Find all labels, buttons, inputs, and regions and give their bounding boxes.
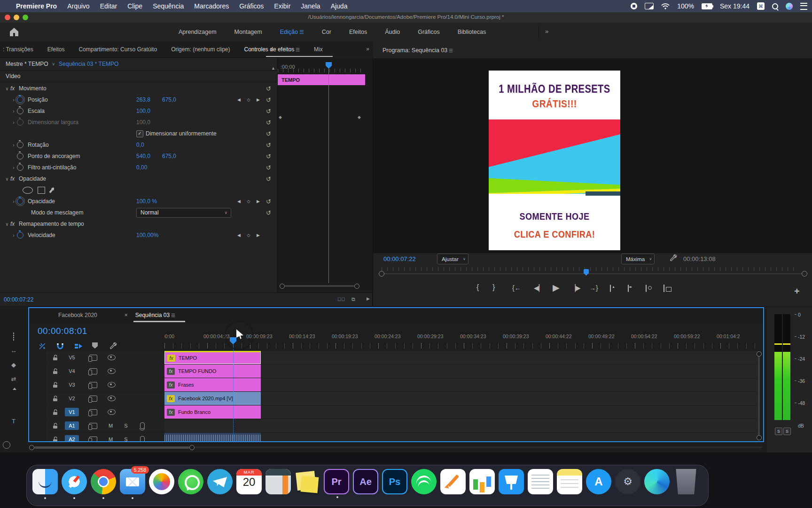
slip-tool[interactable]: ⇄ — [8, 374, 19, 384]
collapse-lane-icon[interactable]: ▲ — [271, 66, 275, 71]
lift-button[interactable] — [610, 285, 611, 292]
reset-effect-icon[interactable]: ↺ — [266, 175, 271, 183]
ripple-edit-tool[interactable]: ↔ — [8, 346, 19, 356]
lane-scrollbar[interactable] — [280, 284, 359, 288]
add-marker-icon[interactable] — [92, 342, 100, 350]
prev-keyframe-icon[interactable]: ◀ — [237, 199, 241, 204]
param-value[interactable]: 100,0 — [136, 108, 150, 114]
dock-app-icon[interactable] — [644, 469, 670, 494]
dock-app-icon[interactable] — [528, 469, 553, 494]
dock-app-icon[interactable]: Ps — [382, 469, 407, 494]
workspace-tab[interactable]: Efeitos — [349, 29, 367, 35]
toggle-track-visibility-icon[interactable] — [108, 355, 116, 360]
reset-param-icon[interactable]: ↺ — [266, 108, 271, 115]
type-tool[interactable]: T — [8, 416, 19, 427]
dock-app-icon[interactable] — [62, 469, 87, 494]
expand-icon[interactable]: › — [10, 97, 17, 103]
dock-app-icon[interactable] — [32, 469, 58, 494]
playhead-line[interactable] — [328, 66, 329, 283]
audio-clip[interactable] — [164, 433, 261, 442]
lock-icon[interactable] — [53, 409, 58, 415]
sequence-clip-tab[interactable]: Sequência 03 * TEMPO — [59, 61, 118, 67]
track-lane[interactable]: fx Fundo Branco — [164, 405, 758, 419]
workspace-tab[interactable]: Áudio — [385, 29, 400, 35]
menu-item[interactable]: Gráficos — [239, 2, 264, 10]
mark-in-button[interactable]: { — [476, 283, 479, 292]
reset-param-icon[interactable]: ↺ — [266, 130, 271, 137]
go-to-in-button[interactable]: {← — [512, 284, 521, 292]
razor-tool[interactable]: ◆ — [8, 360, 19, 370]
effect-controls-timeline[interactable]: ▶ ▲ :00:00 TEMPO ◆ ◆ — [277, 57, 373, 293]
track-name[interactable]: V1 — [65, 408, 79, 416]
dock-app-icon[interactable] — [207, 469, 233, 494]
track-output-icon[interactable] — [89, 423, 97, 429]
fx-badge[interactable]: fx — [167, 368, 175, 375]
video-preview[interactable]: 1 MILHÃO DE PRESETS GRÁTIS!!! SOMENTE HO… — [489, 71, 620, 250]
menu-item[interactable]: Editar — [100, 2, 117, 10]
track-name[interactable]: V5 — [65, 353, 79, 362]
add-keyframe-icon[interactable]: ◇ — [247, 233, 250, 238]
track-output-icon[interactable] — [89, 396, 97, 402]
scrubber-end-handle[interactable] — [802, 271, 807, 277]
next-keyframe-icon[interactable]: ▶ — [257, 97, 260, 102]
stopwatch-icon[interactable] — [17, 153, 23, 159]
dock-app-icon[interactable]: MAR 20 — [236, 469, 262, 494]
menu-item[interactable]: Ajuda — [331, 2, 348, 10]
track-name[interactable]: V4 — [65, 367, 79, 375]
prev-keyframe-icon[interactable]: ◀ — [237, 97, 241, 102]
fx-badge[interactable]: fx — [167, 395, 175, 402]
chevron-down-icon[interactable]: ∨ — [52, 62, 55, 66]
reset-param-icon[interactable]: ↺ — [266, 209, 271, 216]
expand-icon[interactable]: › — [10, 199, 17, 204]
workspace-tab[interactable]: Bibliotecas — [458, 29, 486, 35]
dock-app-icon[interactable]: Pr — [324, 469, 349, 494]
dock-app-icon[interactable] — [295, 469, 320, 494]
mute-button[interactable]: M — [109, 423, 113, 429]
mini-clip-tempo[interactable]: TEMPO — [278, 74, 365, 85]
lock-icon[interactable] — [53, 382, 58, 388]
menu-item[interactable]: Janela — [301, 2, 320, 10]
dock-app-icon[interactable] — [499, 469, 524, 494]
toggle-track-visibility-icon[interactable] — [108, 409, 116, 415]
menu-item[interactable]: Exibir — [274, 2, 290, 10]
stopwatch-icon[interactable] — [17, 198, 23, 205]
timeline-clip[interactable]: fx Fundo Branco — [164, 405, 261, 419]
play-button[interactable]: ▶ — [553, 282, 560, 293]
scrubber-start-handle[interactable] — [379, 271, 384, 277]
stopwatch-icon[interactable] — [17, 108, 23, 114]
panel-tabs-overflow-icon[interactable]: » — [366, 46, 369, 52]
reset-param-icon[interactable]: ↺ — [266, 153, 271, 160]
vertical-scrollbar[interactable] — [757, 351, 761, 441]
dock-app-icon[interactable] — [469, 469, 495, 494]
linked-selection-icon[interactable] — [39, 342, 46, 350]
panel-resize-icon[interactable]: ▶ — [367, 296, 370, 301]
timeline-clip[interactable]: fx TEMPO — [164, 351, 261, 364]
close-tab-icon[interactable]: × — [125, 312, 128, 318]
lock-icon[interactable] — [53, 368, 58, 374]
collapse-icon[interactable]: ∨ — [4, 86, 10, 91]
dock-app-icon[interactable]: Ae — [353, 469, 378, 494]
lock-icon[interactable] — [53, 437, 58, 442]
export-frame-button[interactable] — [646, 285, 647, 292]
toggle-track-visibility-icon[interactable] — [108, 368, 116, 374]
play-in-to-out-icon[interactable]: ▶⃒ — [337, 296, 345, 302]
workspace-tab[interactable]: Cor — [322, 29, 331, 35]
toggle-track-visibility-icon[interactable] — [108, 382, 116, 388]
fx-badge[interactable]: fx — [167, 381, 175, 389]
param-value[interactable]: 100,0 % — [136, 198, 157, 205]
fx-badge[interactable]: fx — [167, 355, 175, 362]
selection-tool[interactable] — [8, 318, 19, 328]
param-value[interactable]: 100,00% — [136, 232, 158, 238]
panel-tab[interactable]: Origem: (nenhum clipe) — [171, 46, 230, 53]
dock-app-icon[interactable] — [440, 469, 466, 494]
dock-app-icon[interactable] — [411, 469, 437, 494]
checkbox-checked[interactable]: ✓ — [136, 130, 143, 137]
scrubber-track[interactable] — [382, 273, 804, 274]
workspace-overflow-icon[interactable]: » — [545, 28, 548, 35]
track-lane[interactable]: fx Facebook 2020.mp4 [V] — [164, 392, 758, 405]
track-select-tool[interactable] — [8, 332, 19, 342]
collapse-icon[interactable]: ∨ — [4, 176, 10, 182]
track-name[interactable]: A2 — [65, 435, 79, 442]
extract-button[interactable] — [628, 285, 629, 292]
menu-item[interactable]: Arquivo — [67, 2, 89, 10]
